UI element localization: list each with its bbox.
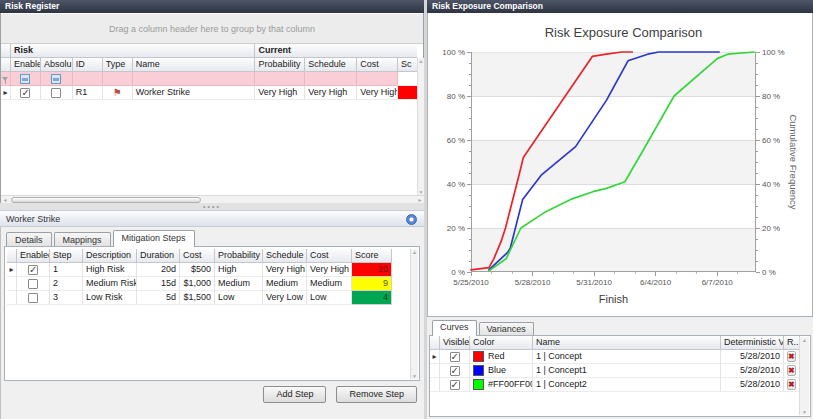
table-row[interactable]: #FF00FF00 1 | Concept2 5/28/2010 ✖	[430, 378, 800, 392]
filter-cell[interactable]	[133, 72, 256, 86]
cell-score	[398, 86, 417, 100]
col-enabled[interactable]: Enabled	[17, 249, 50, 263]
filter-row[interactable]	[1, 72, 417, 86]
svg-text:Risk Exposure Comparison: Risk Exposure Comparison	[545, 25, 703, 40]
col-schedule[interactable]: Schedule	[263, 249, 307, 263]
row-indicator-icon: ▸	[9, 263, 13, 276]
col-name[interactable]: Name	[533, 336, 721, 350]
enabled-checkbox[interactable]	[20, 88, 30, 98]
detail-tabs: Details Mappings Mitigation Steps	[6, 230, 197, 247]
col-cost[interactable]: Cost	[180, 249, 215, 263]
svg-text:Cumulative Frequency: Cumulative Frequency	[788, 114, 799, 209]
cell-cost: $500	[180, 263, 215, 277]
curves-table-page: Visible Color Name Deterministic Value R…	[429, 335, 811, 417]
col-enabled[interactable]: Enabled	[11, 58, 41, 72]
cell-duration: 20d	[137, 263, 180, 277]
col-type[interactable]: Type	[103, 58, 133, 72]
col-deterministic-value[interactable]: Deterministic Value	[721, 336, 784, 350]
col-color[interactable]: Color	[470, 336, 533, 350]
visible-checkbox[interactable]	[450, 380, 460, 390]
risk-exposure-title: Risk Exposure Comparison	[427, 0, 813, 13]
vertical-scrollbar[interactable]: ▲ ▼	[799, 337, 809, 415]
enabled-checkbox[interactable]	[28, 279, 38, 289]
enabled-checkbox[interactable]	[28, 265, 38, 275]
col-description[interactable]: Description	[83, 249, 137, 263]
scroll-up-icon[interactable]: ▲	[411, 249, 419, 255]
col-cost[interactable]: Cost	[357, 58, 398, 72]
col-id[interactable]: ID	[73, 58, 103, 72]
tab-mitigation-steps[interactable]: Mitigation Steps	[113, 230, 195, 247]
col-name[interactable]: Name	[133, 58, 256, 72]
svg-text:0 %: 0 %	[451, 268, 465, 277]
risk-register-table: Risk Current Enabled Absolu... ID Type N…	[1, 44, 417, 100]
col-duration[interactable]: Duration	[137, 249, 180, 263]
filter-cell[interactable]	[255, 72, 305, 86]
visible-checkbox[interactable]	[450, 366, 460, 376]
color-swatch	[473, 365, 484, 376]
col-visible[interactable]: Visible	[440, 336, 470, 350]
risk-register-title: Risk Register	[0, 0, 424, 13]
filter-cell[interactable]	[357, 72, 398, 86]
tab-mappings[interactable]: Mappings	[54, 232, 111, 247]
col-schedule[interactable]: Schedule	[305, 58, 357, 72]
row-indicator-icon: ▸	[432, 350, 436, 363]
horizontal-scrollbar[interactable]: ◄ ►	[1, 195, 424, 203]
scrollbar-thumb[interactable]	[11, 197, 201, 203]
scroll-up-icon[interactable]: ▲	[801, 337, 809, 343]
filter-checkbox-icon[interactable]	[51, 74, 61, 84]
enabled-checkbox[interactable]	[28, 293, 38, 303]
col-remove[interactable]: R...	[784, 336, 800, 350]
group-header-risk[interactable]: Risk	[11, 44, 255, 58]
filter-cell[interactable]	[398, 72, 417, 86]
table-row[interactable]: 2 Medium Risk 15d $1,000 Medium Medium M…	[7, 277, 392, 291]
cell-score: 4	[352, 291, 392, 305]
col-score[interactable]: Sc	[398, 58, 417, 72]
svg-text:60 %: 60 %	[762, 136, 780, 145]
vertical-scrollbar[interactable]: ▲ ▼	[410, 249, 418, 379]
vertical-scrollbar[interactable]: ▲ ▼	[417, 58, 424, 195]
collapse-pin-icon[interactable]	[406, 214, 417, 225]
scroll-left-icon[interactable]: ◄	[1, 197, 9, 203]
table-row[interactable]: Blue 1 | Concept1 5/28/2010 ✖	[430, 364, 800, 378]
col-step[interactable]: Step	[50, 249, 83, 263]
filter-cell[interactable]	[305, 72, 357, 86]
cell-probability: Very High	[255, 86, 305, 100]
scroll-down-icon[interactable]: ▼	[411, 373, 419, 379]
filter-checkbox-icon[interactable]	[20, 74, 30, 84]
col-probability[interactable]: Probability	[215, 249, 263, 263]
scroll-up-icon[interactable]: ▲	[417, 58, 425, 64]
col-cost2[interactable]: Cost	[307, 249, 352, 263]
col-probability[interactable]: Probability	[255, 58, 305, 72]
visible-checkbox[interactable]	[450, 352, 460, 362]
panel-splitter[interactable]: ••••	[0, 203, 424, 210]
tab-curves[interactable]: Curves	[432, 320, 477, 336]
tab-details[interactable]: Details	[6, 232, 52, 247]
table-row[interactable]: ▸ 1 High Risk 20d $500 High Very High Ve…	[7, 263, 392, 277]
col-absolute[interactable]: Absolu...	[41, 58, 73, 72]
col-score[interactable]: Score	[352, 249, 392, 263]
tab-variances[interactable]: Variances	[479, 322, 534, 336]
group-by-drop-zone[interactable]: Drag a column header here to group by th…	[1, 14, 423, 44]
risk-register-panel: Risk Register Drag a column header here …	[0, 0, 424, 419]
delete-curve-icon[interactable]: ✖	[787, 379, 796, 390]
delete-curve-icon[interactable]: ✖	[787, 351, 796, 362]
remove-step-button[interactable]: Remove Step	[336, 386, 417, 403]
cell-cost: $1,500	[180, 291, 215, 305]
filter-cell[interactable]	[73, 72, 103, 86]
group-header-current[interactable]: Current	[255, 44, 417, 58]
cell-name: Worker Strike	[133, 86, 256, 100]
cell-step: 1	[50, 263, 83, 277]
filter-cell[interactable]	[103, 72, 133, 86]
svg-text:5/31/2010: 5/31/2010	[576, 278, 612, 287]
scroll-down-icon[interactable]: ▼	[801, 409, 809, 415]
add-step-button[interactable]: Add Step	[263, 386, 326, 403]
scroll-right-icon[interactable]: ►	[416, 197, 424, 203]
delete-curve-icon[interactable]: ✖	[787, 365, 796, 376]
table-row[interactable]: ▸ Red 1 | Concept 5/28/2010 ✖	[430, 350, 800, 364]
table-row[interactable]: 3 Low Risk 5d $1,500 Low Very Low Low 4	[7, 291, 392, 305]
risk-detail-title: Worker Strike	[6, 214, 60, 224]
cell-duration: 15d	[137, 277, 180, 291]
table-row[interactable]: ▸ R1 ⚑ Worker Strike Very High Very High…	[1, 86, 417, 100]
absolute-checkbox[interactable]	[51, 88, 61, 98]
column-header-row: Enabled Absolu... ID Type Name Probabili…	[1, 58, 417, 72]
